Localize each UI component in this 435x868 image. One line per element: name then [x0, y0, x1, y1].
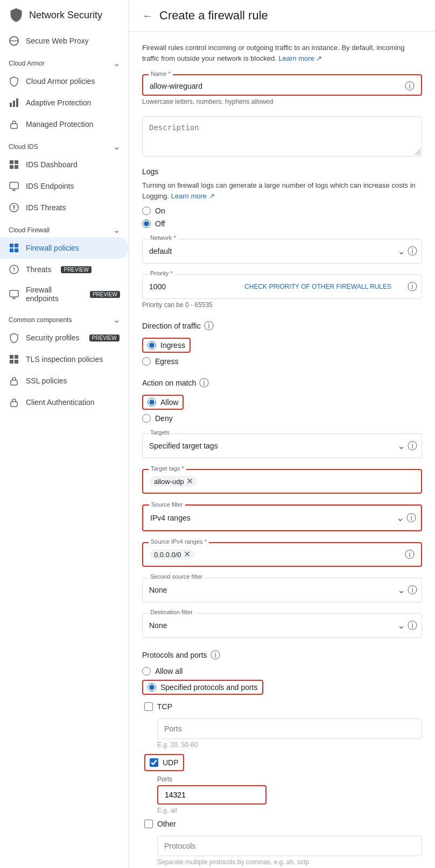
sidebar-header: Network Security: [0, 0, 129, 30]
learn-more-link[interactable]: Learn more ↗: [278, 54, 322, 62]
name-input[interactable]: [150, 80, 405, 93]
dashboard-icon: [9, 159, 19, 170]
network-field-group: Network * default ⌄ ⓘ: [142, 239, 422, 264]
sidebar-item-client-auth[interactable]: Client Authentication: [0, 392, 129, 413]
remove-ipv4-button[interactable]: ✕: [184, 550, 191, 559]
back-button[interactable]: ←: [142, 10, 153, 22]
source-filter-wrapper: Source filter IPv4 ranges ⌄ ⓘ: [143, 506, 421, 530]
protocols-radio-group: Allow all Specified protocols and ports: [142, 667, 422, 695]
threats-label: Threats: [26, 265, 51, 274]
svg-rect-19: [10, 360, 13, 364]
destination-wrapper: Destination filter None ⌄ ⓘ: [142, 613, 422, 638]
svg-rect-13: [10, 248, 13, 252]
egress-radio[interactable]: Egress: [142, 357, 422, 366]
targets-help-icon[interactable]: ⓘ: [408, 439, 417, 452]
udp-checkbox-label[interactable]: UDP: [150, 758, 179, 767]
svg-rect-20: [15, 360, 18, 364]
endpoint-icon: [9, 181, 19, 191]
logs-learn-more-link[interactable]: Learn more ↗: [171, 192, 215, 200]
svg-rect-14: [15, 248, 18, 252]
firewall-endpoints-label: Firewall endpoints: [26, 286, 80, 303]
direction-group: Direction of traffic ⓘ Ingress Egress: [142, 319, 422, 366]
targets-select[interactable]: Specified target tags: [143, 434, 422, 458]
sidebar-item-firewall-policies[interactable]: Firewall policies: [0, 237, 129, 259]
network-select[interactable]: default: [143, 239, 422, 263]
remove-tag-button[interactable]: ✕: [186, 477, 193, 486]
svg-rect-1: [10, 103, 12, 107]
chevron-up-firewall-icon[interactable]: ⌄: [113, 225, 120, 235]
sidebar-item-managed-protection[interactable]: Managed Protection: [0, 113, 129, 135]
other-checkbox-label[interactable]: Other: [144, 820, 422, 828]
source-ipv4-help-icon[interactable]: ⓘ: [405, 548, 415, 561]
other-checkbox[interactable]: [144, 820, 153, 828]
logs-on-radio[interactable]: On: [142, 207, 422, 215]
security-profiles-icon: [9, 332, 19, 343]
allow-all-radio[interactable]: Allow all: [142, 667, 422, 675]
chevron-up-common-icon[interactable]: ⌄: [113, 315, 120, 325]
priority-hint: Priority can be 0 - 65535: [142, 301, 422, 309]
protocols-group: Protocols and ports ⓘ Allow all Specifie…: [142, 649, 422, 866]
ingress-radio[interactable]: Ingress: [142, 338, 422, 353]
other-protocols-section: Separate multiple protocols by commas, e…: [157, 833, 422, 866]
direction-help-icon[interactable]: ⓘ: [204, 319, 214, 332]
name-label: Name *: [149, 70, 173, 77]
destination-select[interactable]: None: [143, 614, 422, 637]
sidebar-section-common-components: Common components ⌄: [0, 310, 129, 327]
threats-badge: PREVIEW: [61, 266, 91, 273]
chevron-up-ids-icon[interactable]: ⌄: [113, 141, 120, 152]
ssl-icon: [9, 375, 19, 386]
second-source-select[interactable]: None: [143, 578, 422, 602]
action-group: Action on match ⓘ Allow Deny: [142, 376, 422, 423]
sidebar-item-secure-web-proxy[interactable]: Secure Web Proxy: [0, 30, 129, 52]
sidebar-item-ssl-policies[interactable]: SSL policies: [0, 370, 129, 392]
protocols-help-icon[interactable]: ⓘ: [211, 649, 220, 661]
shield-icon: [9, 8, 24, 23]
firewall-endpoints-icon: [9, 289, 19, 300]
second-source-help-icon[interactable]: ⓘ: [408, 584, 417, 596]
sidebar-item-adaptive-protection[interactable]: Adaptive Protection: [0, 92, 129, 113]
tcp-ports-input[interactable]: [157, 718, 422, 739]
priority-help-icon[interactable]: ⓘ: [408, 280, 422, 293]
logs-off-radio[interactable]: Off: [142, 219, 422, 228]
action-help-icon[interactable]: ⓘ: [199, 376, 209, 389]
udp-ports-input[interactable]: [158, 786, 265, 803]
tcp-checkbox-label[interactable]: TCP: [144, 702, 422, 711]
sidebar-item-cloud-armor-policies[interactable]: Cloud Armor policies: [0, 70, 129, 92]
source-filter-help-icon[interactable]: ⓘ: [406, 511, 416, 524]
description-field-group: [142, 116, 422, 156]
svg-rect-21: [11, 380, 17, 385]
priority-check-link[interactable]: CHECK PRIORITY OF OTHER FIREWALL RULES: [244, 283, 408, 290]
sidebar-item-firewall-endpoints[interactable]: Firewall endpoints PREVIEW: [0, 280, 129, 308]
source-ipv4-chip: 0.0.0.0/0 ✕: [150, 549, 195, 560]
priority-input[interactable]: [143, 275, 244, 298]
deny-radio[interactable]: Deny: [142, 414, 422, 423]
udp-checkbox[interactable]: [150, 758, 158, 767]
sidebar-item-security-profiles[interactable]: Security profiles PREVIEW: [0, 327, 129, 348]
sidebar-item-threats[interactable]: Threats PREVIEW: [0, 259, 129, 280]
svg-rect-3: [16, 98, 18, 107]
ssl-policies-label: SSL policies: [26, 376, 67, 385]
sidebar-item-tls-inspection[interactable]: TLS inspection policies: [0, 348, 129, 370]
logs-title: Logs: [142, 167, 422, 176]
target-tags-label: Target tags *: [149, 465, 186, 472]
allow-radio[interactable]: Allow: [142, 395, 422, 410]
protocols-hint: Separate multiple protocols by commas, e…: [157, 858, 422, 866]
udp-ports-label: Ports: [157, 775, 422, 783]
cloud-armor-policies-label: Cloud Armor policies: [26, 77, 95, 86]
source-filter-select[interactable]: IPv4 ranges: [144, 506, 420, 530]
sidebar-item-ids-dashboard[interactable]: IDS Dashboard: [0, 154, 129, 175]
description-input[interactable]: [143, 117, 422, 154]
chevron-up-icon[interactable]: ⌄: [113, 58, 120, 68]
firewall-policies-label: Firewall policies: [26, 244, 79, 252]
name-help-icon[interactable]: ⓘ: [405, 80, 415, 93]
direction-radio-group: Ingress Egress: [142, 338, 422, 366]
tcp-checkbox[interactable]: [144, 702, 153, 711]
destination-help-icon[interactable]: ⓘ: [408, 619, 417, 632]
form-container: Firewall rules control incoming or outgo…: [129, 32, 435, 868]
specified-protocols-radio[interactable]: Specified protocols and ports: [142, 680, 422, 695]
protocols-input[interactable]: [157, 836, 422, 856]
sidebar-item-ids-threats[interactable]: IDS Threats: [0, 197, 129, 218]
sidebar-item-ids-endpoints[interactable]: IDS Endpoints: [0, 175, 129, 197]
network-help-icon[interactable]: ⓘ: [408, 245, 417, 258]
udp-section: UDP Ports E.g. all: [144, 754, 422, 814]
